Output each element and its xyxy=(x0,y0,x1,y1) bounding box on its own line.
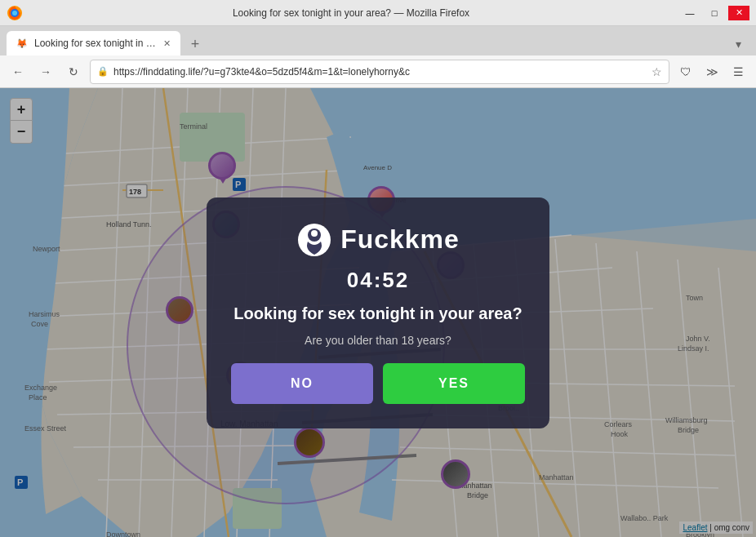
window-controls: — □ ✕ xyxy=(679,6,749,20)
modal-buttons: NO YES xyxy=(231,363,525,404)
url-text: https://finddating.life/?u=g73kte4&o=5dz… xyxy=(113,66,647,78)
bookmark-icon[interactable]: ☆ xyxy=(651,65,662,78)
map-container: Newport Harsimus Cove Exchange Place Ess… xyxy=(0,88,756,537)
refresh-button[interactable]: ↻ xyxy=(62,60,85,83)
tab-close-button[interactable]: ✕ xyxy=(163,38,171,49)
tab-label: Looking for sex tonight in y… xyxy=(34,38,157,49)
menu-icon[interactable]: ☰ xyxy=(727,60,749,83)
yes-button[interactable]: YES xyxy=(383,363,525,404)
no-button[interactable]: NO xyxy=(231,363,373,404)
countdown-timer: 04:52 xyxy=(347,268,410,293)
minimize-button[interactable]: — xyxy=(679,6,700,20)
logo-icon xyxy=(296,222,332,258)
nav-bar: ← → ↻ 🔒 https://finddating.life/?u=g73kt… xyxy=(0,55,756,88)
svg-point-85 xyxy=(311,230,318,237)
age-verification-modal: Fuckkme 04:52 Looking for sex tonight in… xyxy=(207,197,549,428)
window-title: Looking for sex tonight in your area? — … xyxy=(29,7,673,19)
new-tab-button[interactable]: + xyxy=(184,33,207,55)
toolbar-icons: 🛡 ≫ ☰ xyxy=(674,60,749,83)
tab-bar: 🦊 Looking for sex tonight in y… ✕ + ▾ xyxy=(0,26,756,55)
forward-button[interactable]: → xyxy=(34,60,57,83)
modal-subtext: Are you older than 18 years? xyxy=(305,334,451,347)
svg-point-2 xyxy=(12,11,17,16)
active-tab[interactable]: 🦊 Looking for sex tonight in y… ✕ xyxy=(7,31,180,55)
modal-headline: Looking for sex tonight in your area? xyxy=(233,303,522,324)
extensions-icon[interactable]: ≫ xyxy=(700,60,723,83)
shield-icon: 🔒 xyxy=(97,66,109,77)
logo-text: Fuckkme xyxy=(340,224,460,255)
modal-overlay: Fuckkme 04:52 Looking for sex tonight in… xyxy=(0,88,756,537)
modal-logo: Fuckkme xyxy=(296,222,460,258)
back-button[interactable]: ← xyxy=(7,60,29,83)
address-bar[interactable]: 🔒 https://finddating.life/?u=g73kte4&o=5… xyxy=(90,60,669,84)
shield-toolbar-icon[interactable]: 🛡 xyxy=(674,60,697,83)
tab-list-button[interactable]: ▾ xyxy=(727,33,749,55)
browser-frame: Looking for sex tonight in your area? — … xyxy=(0,0,756,537)
maximize-button[interactable]: □ xyxy=(704,6,725,20)
close-button[interactable]: ✕ xyxy=(728,6,749,20)
title-bar: Looking for sex tonight in your area? — … xyxy=(0,0,756,26)
firefox-icon xyxy=(7,5,23,21)
